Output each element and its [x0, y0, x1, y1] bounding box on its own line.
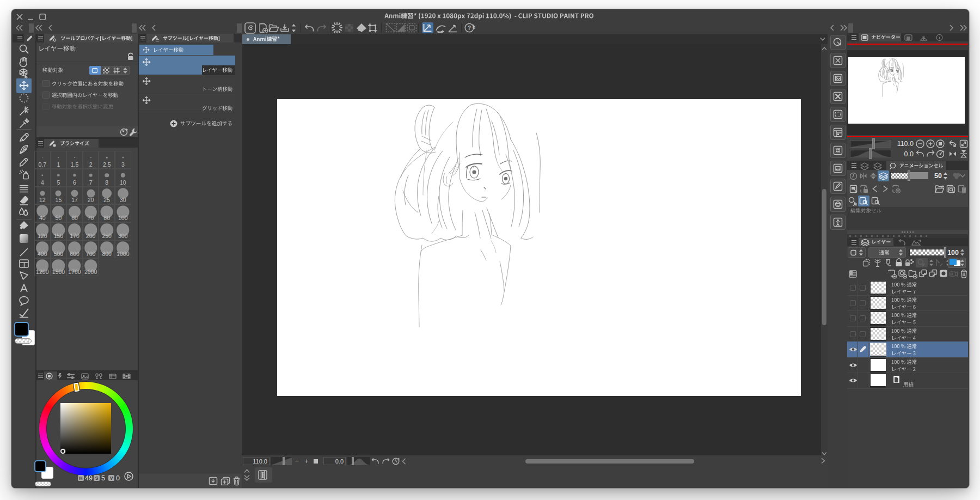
svg-text:?: ? — [468, 25, 471, 31]
